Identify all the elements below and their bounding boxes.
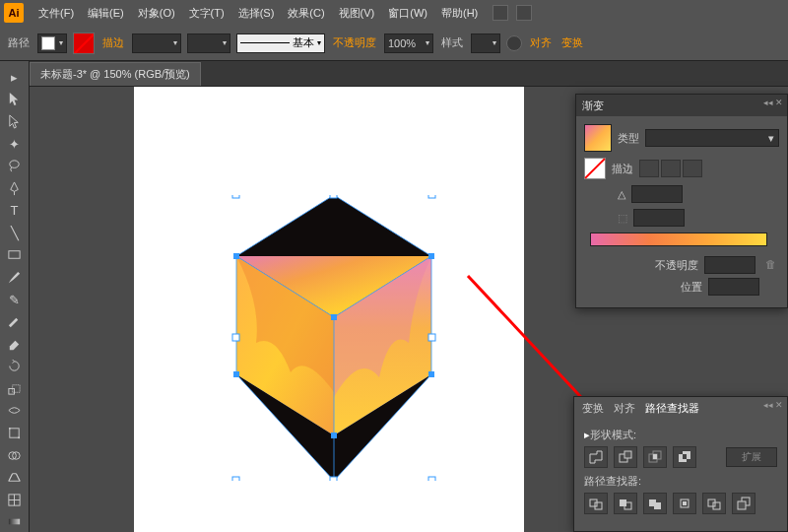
stroke-mode-3[interactable] [683, 160, 702, 177]
aspect-field[interactable] [633, 209, 685, 227]
line-tool[interactable]: ╲ [3, 223, 27, 243]
gradient-type-dropdown[interactable]: ▾ [645, 129, 779, 147]
perspective-tool[interactable] [3, 467, 27, 488]
collapse-icon[interactable]: ◂◂ [763, 98, 772, 106]
eraser-tool[interactable] [3, 334, 27, 355]
tab-transform[interactable]: 变换 [582, 401, 604, 416]
menu-object[interactable]: 对象(O) [131, 2, 182, 25]
collapse-icon[interactable]: ◂◂ [763, 400, 772, 409]
svg-rect-33 [653, 454, 657, 459]
shape-builder-tool[interactable] [3, 445, 27, 466]
svg-rect-44 [683, 501, 687, 505]
type-tool[interactable]: T [3, 200, 27, 221]
intersect-button[interactable] [643, 446, 667, 468]
gradient-tool[interactable] [3, 512, 27, 532]
menu-file[interactable]: 文件(F) [32, 2, 81, 25]
svg-rect-26 [428, 334, 435, 341]
lasso-tool[interactable] [3, 156, 27, 176]
gradient-preview-swatch[interactable] [584, 124, 612, 152]
tab-align[interactable]: 对齐 [614, 401, 635, 416]
arrange-icon[interactable] [516, 5, 532, 21]
menu-window[interactable]: 窗口(W) [381, 2, 434, 25]
minus-back-button[interactable] [732, 493, 755, 514]
svg-rect-2 [9, 388, 15, 394]
close-icon[interactable]: ✕ [775, 400, 784, 409]
control-bar: 路径 ▾ 描边 ▾ ▾ 基本▾ 不透明度 100%▾ 样式 ▾ 对齐 变换 [0, 26, 788, 61]
stop-location-field[interactable] [708, 278, 759, 296]
crop-button[interactable] [673, 493, 696, 514]
stop-opacity-field[interactable] [704, 256, 755, 274]
var-width-dropdown[interactable]: ▾ [187, 33, 230, 53]
no-fill-swatch[interactable] [73, 33, 95, 54]
document-tab-bar: 未标题-3* @ 150% (RGB/预览) [0, 61, 788, 87]
menu-edit[interactable]: 编辑(E) [81, 2, 131, 25]
close-icon[interactable]: ✕ [775, 98, 784, 106]
recolor-icon[interactable] [506, 35, 522, 51]
svg-rect-4 [10, 429, 19, 437]
scale-tool[interactable] [3, 378, 27, 399]
svg-rect-16 [233, 253, 239, 259]
pathfinder-panel[interactable]: ◂◂✕ 变换 对齐 路径查找器 ▸形状模式: 扩展 路径查找器: [573, 396, 788, 532]
paintbrush-tool[interactable] [3, 267, 27, 288]
svg-rect-25 [232, 334, 239, 341]
stroke-mode-2[interactable] [661, 160, 681, 177]
gradient-panel-title: 渐变 [582, 99, 604, 113]
direct-selection-tool[interactable] [3, 111, 27, 132]
style-label: 样式 [439, 35, 465, 50]
gradient-panel-header[interactable]: 渐变 [576, 95, 787, 116]
expand-icon[interactable]: ▸ [3, 67, 27, 88]
merge-button[interactable] [643, 493, 667, 514]
no-gradient-swatch[interactable] [584, 158, 606, 179]
pen-tool[interactable] [3, 178, 27, 199]
unite-button[interactable] [584, 446, 608, 468]
trash-icon[interactable]: 🗑 [765, 258, 779, 272]
stroke-weight-dropdown[interactable]: ▾ [132, 33, 181, 53]
exclude-button[interactable] [673, 446, 696, 468]
minus-front-button[interactable] [614, 446, 637, 468]
app-icon: Ai [4, 3, 24, 23]
style-dropdown[interactable]: ▾ [471, 33, 500, 53]
type-label: 类型 [618, 131, 639, 146]
document-tab[interactable]: 未标题-3* @ 150% (RGB/预览) [30, 62, 201, 86]
gradient-slider[interactable] [590, 233, 767, 246]
angle-field[interactable] [631, 185, 683, 203]
stroke-mode-1[interactable] [639, 160, 659, 177]
gradient-panel[interactable]: ◂◂✕ 渐变 类型 ▾ 描边 △ ⬚ 不透明度 [575, 94, 788, 308]
outline-button[interactable] [702, 493, 726, 514]
menu-view[interactable]: 视图(V) [332, 2, 382, 25]
tab-pathfinder[interactable]: 路径查找器 [645, 401, 699, 416]
width-tool[interactable] [3, 401, 27, 422]
artboard[interactable] [134, 87, 524, 532]
menu-type[interactable]: 文字(T) [182, 2, 231, 25]
svg-rect-12 [428, 253, 434, 259]
menu-help[interactable]: 帮助(H) [434, 2, 485, 25]
rectangle-tool[interactable] [3, 245, 27, 266]
transform-label[interactable]: 变换 [559, 35, 585, 50]
blob-brush-tool[interactable] [3, 311, 27, 332]
menu-select[interactable]: 选择(S) [231, 2, 282, 25]
stop-location-label: 位置 [681, 280, 702, 295]
svg-point-6 [18, 436, 20, 438]
layout-icon[interactable] [492, 5, 508, 21]
trim-button[interactable] [614, 493, 637, 514]
rotate-tool[interactable] [3, 357, 27, 377]
stroke-label[interactable]: 描边 [100, 35, 126, 50]
pencil-tool[interactable]: ✎ [3, 290, 27, 310]
brush-dropdown[interactable]: 基本▾ [236, 33, 325, 53]
opacity-field[interactable]: 100%▾ [384, 33, 433, 53]
selection-tool[interactable] [3, 90, 27, 110]
svg-rect-22 [428, 477, 435, 481]
align-label[interactable]: 对齐 [528, 35, 554, 50]
mesh-tool[interactable] [3, 490, 27, 510]
divide-button[interactable] [584, 493, 608, 514]
cube-artwork[interactable] [217, 195, 451, 481]
aspect-icon: ⬚ [618, 212, 627, 225]
expand-button[interactable]: 扩展 [726, 447, 777, 467]
svg-rect-13 [428, 371, 434, 377]
path-label: 路径 [6, 35, 32, 50]
opacity-label[interactable]: 不透明度 [331, 35, 378, 50]
menu-effect[interactable]: 效果(C) [281, 2, 331, 25]
fill-swatch-dropdown[interactable]: ▾ [37, 33, 67, 53]
magic-wand-tool[interactable]: ✦ [3, 134, 27, 155]
free-transform-tool[interactable] [3, 423, 27, 443]
